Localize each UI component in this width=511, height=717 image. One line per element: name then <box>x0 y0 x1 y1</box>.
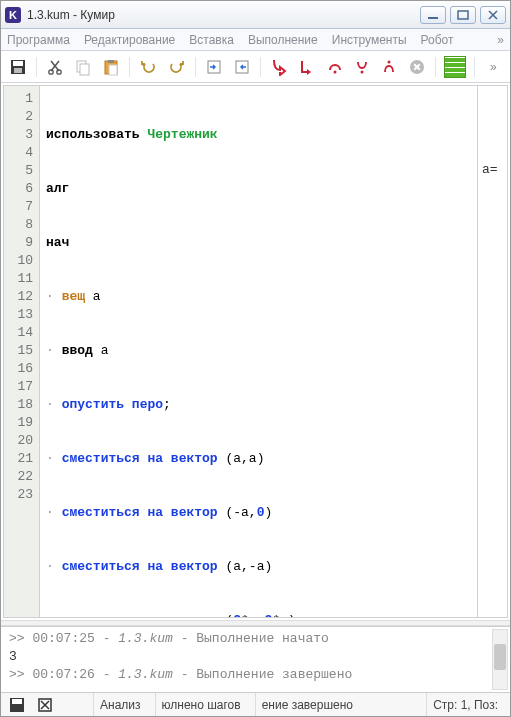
values-column: a= <box>477 86 507 617</box>
status-clear-icon[interactable] <box>35 696 55 714</box>
status-bar: Анализ юлнено шагов ение завершено Стр: … <box>1 692 510 716</box>
console-scrollbar[interactable] <box>492 629 508 690</box>
status-state: ение завершено <box>255 693 359 716</box>
toolbar-overflow-icon[interactable]: » <box>483 56 504 78</box>
code-editor[interactable]: использовать Чертежник алг нач · вещ a ·… <box>40 86 477 617</box>
title-bar: K 1.3.kum - Кумир <box>1 1 510 29</box>
actor-window-icon[interactable] <box>444 56 465 78</box>
svg-point-18 <box>333 70 336 73</box>
svg-rect-6 <box>14 68 22 73</box>
menu-run[interactable]: Выполнение <box>248 33 318 47</box>
paste-icon[interactable] <box>100 56 121 78</box>
scroll-thumb[interactable] <box>494 644 506 670</box>
minimize-button[interactable] <box>420 6 446 24</box>
separator <box>36 57 37 77</box>
status-position: Стр: 1, Поз: <box>426 693 504 716</box>
console-output-value: 3 <box>9 649 502 667</box>
stop-icon[interactable] <box>406 56 427 78</box>
run-plain-icon[interactable] <box>297 56 318 78</box>
window-title: 1.3.kum - Кумир <box>27 8 420 22</box>
svg-rect-14 <box>108 60 114 63</box>
editor-area: 1234567891011121314151617181920212223 ис… <box>3 85 508 618</box>
output-console[interactable]: >> 00:07:25 - 1.3.kum - Выполнение начат… <box>1 626 510 692</box>
svg-rect-12 <box>80 64 89 75</box>
app-icon: K <box>5 7 21 23</box>
close-button[interactable] <box>480 6 506 24</box>
undo-icon[interactable] <box>138 56 159 78</box>
separator <box>474 57 475 77</box>
separator <box>129 57 130 77</box>
copy-icon[interactable] <box>73 56 94 78</box>
separator <box>435 57 436 77</box>
menu-overflow-icon[interactable]: » <box>497 33 504 47</box>
line-gutter: 1234567891011121314151617181920212223 <box>4 86 40 617</box>
svg-rect-15 <box>109 65 117 75</box>
step-over-icon[interactable] <box>324 56 345 78</box>
toolbar: » <box>1 51 510 83</box>
var-hint: a= <box>478 162 507 180</box>
run-icon[interactable] <box>269 56 290 78</box>
redo-icon[interactable] <box>166 56 187 78</box>
menu-program[interactable]: Программа <box>7 33 70 47</box>
menu-tools[interactable]: Инструменты <box>332 33 407 47</box>
maximize-button[interactable] <box>450 6 476 24</box>
status-steps: юлнено шагов <box>155 693 247 716</box>
indent-left-icon[interactable] <box>231 56 252 78</box>
menu-insert[interactable]: Вставка <box>189 33 234 47</box>
indent-right-icon[interactable] <box>204 56 225 78</box>
cut-icon[interactable] <box>45 56 66 78</box>
status-analysis: Анализ <box>93 693 147 716</box>
svg-point-19 <box>360 70 363 73</box>
save-icon[interactable] <box>7 56 28 78</box>
step-out-icon[interactable] <box>379 56 400 78</box>
menu-bar: Программа Редактирование Вставка Выполне… <box>1 29 510 51</box>
separator <box>260 57 261 77</box>
svg-rect-25 <box>12 699 22 704</box>
menu-edit[interactable]: Редактирование <box>84 33 175 47</box>
step-into-icon[interactable] <box>351 56 372 78</box>
separator <box>195 57 196 77</box>
svg-rect-1 <box>458 11 468 19</box>
svg-rect-0 <box>428 17 438 19</box>
menu-robot[interactable]: Робот <box>421 33 454 47</box>
svg-point-20 <box>388 60 391 63</box>
status-save-icon[interactable] <box>7 696 27 714</box>
svg-rect-5 <box>13 61 23 66</box>
